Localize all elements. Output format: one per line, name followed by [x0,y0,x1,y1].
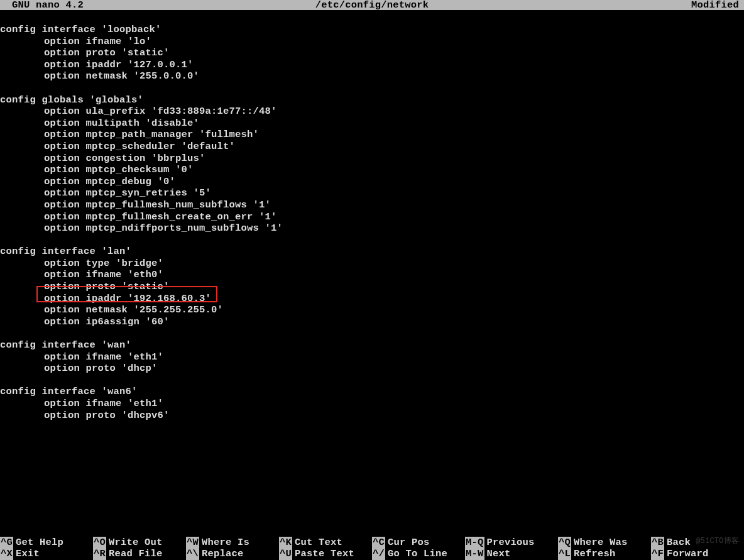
editor-line[interactable]: option ipaddr '192.168.60.3' [0,293,744,305]
shortcut-label: Exit [13,548,40,560]
editor-line[interactable]: config globals 'globals' [0,94,744,106]
editor-line[interactable]: option mptcp_fullmesh_create_on_err '1' [0,211,744,223]
shortcut-item[interactable]: ^WWhere Is [186,537,279,549]
editor-line[interactable]: option mptcp_syn_retries '5' [0,187,744,199]
title-status: Modified [691,0,744,10]
shortcut-item[interactable]: ^\Replace [186,548,279,560]
editor-line[interactable]: option proto 'static' [0,47,744,59]
editor-line[interactable]: option proto 'static' [0,281,744,293]
editor-line[interactable] [0,327,744,339]
shortcut-label: Write Out [106,537,163,549]
shortcut-item[interactable]: ^CCur Pos [372,537,465,549]
title-bar: GNU nano 4.2 /etc/config/network Modifie… [0,0,744,10]
shortcut-item[interactable]: ^UPaste Text [279,548,372,560]
shortcut-key: ^C [372,537,385,549]
editor-line[interactable] [0,375,744,387]
shortcut-key: ^O [93,537,106,549]
editor-line[interactable]: option ifname 'eth0' [0,269,744,281]
shortcut-item[interactable]: ^/Go To Line [372,548,465,560]
shortcut-label: Replace [199,548,244,560]
shortcut-item[interactable]: ^GGet Help [0,537,93,549]
shortcut-item[interactable]: ^OWrite Out [93,537,186,549]
title-file: /etc/config/network [315,0,429,10]
editor-body[interactable]: config interface 'loopback'option ifname… [0,24,744,421]
shortcut-key: M-Q [465,537,484,549]
shortcut-key: ^G [0,537,13,549]
shortcut-item[interactable]: ^RRead File [93,548,186,560]
shortcut-key: ^K [279,537,292,549]
shortcut-label: Go To Line [385,548,447,560]
editor-line[interactable]: option netmask '255.255.255.0' [0,304,744,316]
shortcut-label: Where Is [199,537,249,549]
shortcut-label: Next [484,548,511,560]
editor-line[interactable]: option proto 'dhcp' [0,363,744,375]
shortcut-key: M-W [465,548,484,560]
editor-line[interactable]: option congestion 'bbrplus' [0,153,744,165]
editor-line[interactable]: option mptcp_path_manager 'fullmesh' [0,129,744,141]
shortcut-key: ^L [558,548,571,560]
editor-line[interactable]: option ifname 'eth1' [0,351,744,363]
editor-line[interactable]: option mptcp_fullmesh_num_subflows '1' [0,199,744,211]
shortcut-item[interactable]: ^LRefresh [558,548,651,560]
shortcut-label: Get Help [13,537,63,549]
editor-line[interactable]: option ip6assign '60' [0,316,744,328]
shortcut-label: Refresh [571,548,616,560]
shortcut-label: Previous [484,537,535,549]
editor-line[interactable]: config interface 'lan' [0,246,744,258]
editor-line[interactable]: option ula_prefix 'fd33:889a:1e77::/48' [0,106,744,118]
shortcut-key: ^/ [372,548,385,560]
editor-line[interactable]: option ifname 'lo' [0,36,744,48]
editor-line[interactable]: config interface 'wan' [0,339,744,351]
shortcut-key: ^U [279,548,292,560]
editor-line[interactable]: option netmask '255.0.0.0' [0,70,744,82]
editor-line[interactable]: option mptcp_scheduler 'default' [0,141,744,153]
shortcut-key: ^X [0,548,13,560]
shortcut-label: Back [664,537,691,549]
shortcut-label: Paste Text [292,548,354,560]
shortcut-key: ^B [651,537,664,549]
shortcut-label: Read File [106,548,163,560]
shortcut-item[interactable]: ^XExit [0,548,93,560]
shortcut-key: ^R [93,548,106,560]
shortcut-label: Cur Pos [385,537,430,549]
shortcut-row-0: ^GGet Help^OWrite Out^WWhere Is^KCut Tex… [0,537,744,549]
editor-line[interactable] [0,82,744,94]
editor-line[interactable]: option mptcp_ndiffports_num_subflows '1' [0,222,744,234]
shortcut-key: ^\ [186,548,199,560]
editor-line[interactable]: option proto 'dhcpv6' [0,410,744,422]
shortcut-item[interactable]: ^FForward [651,548,744,560]
shortcut-item[interactable]: M-WNext [465,548,558,560]
shortcut-label: Forward [664,548,709,560]
editor-line[interactable]: option ifname 'eth1' [0,398,744,410]
editor-line[interactable]: config interface 'wan6' [0,386,744,398]
shortcut-label: Where Was [571,537,628,549]
editor-line[interactable]: config interface 'loopback' [0,24,744,36]
shortcut-key: ^Q [558,537,571,549]
shortcut-item[interactable]: M-QPrevious [465,537,558,549]
editor-line[interactable] [0,234,744,246]
shortcut-item[interactable]: ^QWhere Was [558,537,651,549]
shortcut-key: ^F [651,548,664,560]
shortcut-row-1: ^XExit^RRead File^\Replace^UPaste Text^/… [0,548,744,560]
editor-line[interactable]: option mptcp_checksum '0' [0,164,744,176]
title-app: GNU nano 4.2 [0,0,84,10]
shortcut-bar: ^GGet Help^OWrite Out^WWhere Is^KCut Tex… [0,537,744,560]
shortcut-item[interactable]: ^KCut Text [279,537,372,549]
editor-line[interactable]: option multipath 'disable' [0,118,744,129]
watermark: @51CTO博客 [696,535,739,546]
editor-line[interactable]: option type 'bridge' [0,258,744,270]
shortcut-label: Cut Text [292,537,342,549]
shortcut-key: ^W [186,537,199,549]
editor-line[interactable]: option ipaddr '127.0.0.1' [0,59,744,71]
editor-line[interactable]: option mptcp_debug '0' [0,176,744,188]
